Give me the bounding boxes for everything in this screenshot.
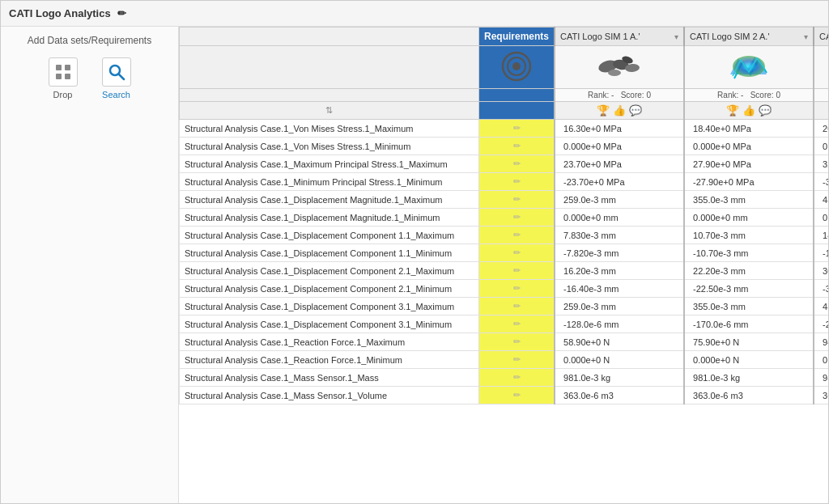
row-edit-cell[interactable]: ✏: [479, 244, 555, 262]
row-label: Structural Analysis Case.1_Displacement …: [180, 316, 479, 333]
sim2-value: 0.000e+0 N: [684, 351, 814, 369]
table-row: Structural Analysis Case.1_Reaction Forc…: [180, 351, 829, 369]
sim1-score: 0: [646, 91, 651, 100]
sim2-value: 355.0e-3 mm: [684, 298, 814, 316]
sim2-value: 27.90e+0 MPa: [684, 155, 814, 173]
sim2-thumbnail-cell: [684, 46, 814, 89]
row-edit-cell[interactable]: ✏: [479, 369, 555, 387]
main-content: Add Data sets/Requirements Drop: [1, 27, 828, 504]
sim3-value: 20.60e+0 MPa: [814, 120, 828, 138]
table-row: Structural Analysis Case.1_Displacement …: [180, 262, 829, 280]
filter-icon[interactable]: ⇅: [325, 105, 333, 115]
sim1-comment-icon[interactable]: 💬: [629, 104, 642, 116]
row-edit-cell[interactable]: ✏: [479, 209, 555, 227]
pencil-icon[interactable]: ✏: [513, 123, 521, 133]
row-edit-cell[interactable]: ✏: [479, 387, 555, 404]
svg-rect-1: [65, 65, 70, 70]
row-label: Structural Analysis Case.1_Reaction Forc…: [180, 351, 479, 369]
row-label: Structural Analysis Case.1_Displacement …: [180, 280, 479, 298]
sim2-value: 355.0e-3 mm: [684, 191, 814, 209]
svg-rect-0: [56, 65, 62, 70]
pencil-icon[interactable]: ✏: [513, 230, 521, 239]
empty-rank: [180, 89, 479, 102]
row-edit-cell[interactable]: ✏: [479, 351, 555, 369]
sim2-value: 10.70e-3 mm: [684, 227, 814, 244]
sim1-value: 0.000e+0 N: [555, 351, 684, 369]
empty-header: [180, 28, 479, 46]
row-edit-cell[interactable]: ✏: [479, 333, 555, 351]
row-edit-cell[interactable]: ✏: [479, 298, 555, 316]
pencil-icon[interactable]: ✏: [513, 319, 521, 328]
row-edit-cell[interactable]: ✏: [479, 280, 555, 298]
row-edit-cell[interactable]: ✏: [479, 191, 555, 209]
pencil-icon[interactable]: ✏: [513, 212, 521, 222]
filter-icon-cell: ⇅: [180, 102, 479, 120]
sim2-name: CATI Logo SIM 2 A.': [690, 32, 801, 41]
pencil-icon[interactable]: ✏: [513, 372, 521, 382]
pencil-icon[interactable]: ✏: [513, 159, 521, 168]
sim3-name: CATI Logo SIM 3 A.': [819, 32, 828, 41]
sim3-value: 483.0e-3 mm: [814, 191, 828, 209]
pencil-icon[interactable]: ✏: [513, 390, 521, 400]
sim2-value: -27.90e+0 MPa: [684, 173, 814, 191]
table-row: Structural Analysis Case.1_Displacement …: [180, 209, 829, 227]
table-row: Structural Analysis Case.1_Displacement …: [180, 298, 829, 316]
pencil-icon[interactable]: ✏: [513, 248, 521, 257]
search-button[interactable]: Search: [102, 57, 131, 100]
sim3-value: 482.0e-3 mm: [814, 298, 828, 316]
pencil-icon[interactable]: ✏: [513, 337, 521, 346]
table-row: Structural Analysis Case.1_Mass Sensor.1…: [180, 369, 829, 387]
row-edit-cell[interactable]: ✏: [479, 173, 555, 191]
sim2-rank-score: Rank: - Score: 0: [684, 89, 814, 102]
row-edit-cell[interactable]: ✏: [479, 155, 555, 173]
sim3-value: -14.60e-3 mm: [814, 244, 828, 262]
pencil-icon[interactable]: ✏: [513, 176, 521, 186]
row-edit-cell[interactable]: ✏: [479, 227, 555, 244]
pencil-icon[interactable]: ✏: [513, 354, 521, 364]
sim1-actions: 🏆 👍 💬: [555, 102, 684, 120]
sim1-chevron-icon[interactable]: ▾: [674, 32, 678, 41]
sim3-value: -221.0e-6 mm: [814, 316, 828, 333]
sim2-chevron-icon[interactable]: ▾: [804, 32, 808, 41]
table-row: Structural Analysis Case.1_Von Mises Str…: [180, 138, 829, 155]
page-title: CATI Logo Analytics: [9, 7, 111, 19]
row-edit-cell[interactable]: ✏: [479, 138, 555, 155]
row-edit-cell[interactable]: ✏: [479, 316, 555, 333]
pencil-icon[interactable]: ✏: [513, 301, 521, 311]
req-icon-cell: [479, 46, 555, 89]
row-label: Structural Analysis Case.1_Mass Sensor.1…: [180, 369, 479, 387]
svg-line-5: [119, 74, 124, 79]
row-label: Structural Analysis Case.1_Displacement …: [180, 262, 479, 280]
pencil-icon[interactable]: ✏: [513, 194, 521, 204]
header-row-actions: ⇅ 🏆 👍 💬 🏆: [180, 102, 829, 120]
row-edit-cell[interactable]: ✏: [479, 262, 555, 280]
sim3-actions: 🏆 👍 💬: [814, 102, 828, 120]
sim1-rank: -: [611, 91, 614, 100]
add-datasets-label: Add Data sets/Requirements: [28, 35, 151, 46]
pencil-icon[interactable]: ✏: [513, 265, 521, 275]
sim2-like-icon[interactable]: 👍: [742, 104, 755, 116]
sim2-comment-icon[interactable]: 💬: [759, 104, 772, 116]
sim1-value: 7.830e-3 mm: [555, 227, 684, 244]
row-label: Structural Analysis Case.1_Displacement …: [180, 191, 479, 209]
sim1-trophy-icon[interactable]: 🏆: [597, 104, 610, 116]
pencil-icon[interactable]: ✏: [513, 141, 521, 150]
sim3-value: 981.0e-3 kg: [814, 369, 828, 387]
empty-thumb: [180, 46, 479, 89]
pencil-icon[interactable]: ✏: [513, 283, 521, 293]
sim1-rank-score: Rank: - Score: 0: [555, 89, 684, 102]
sim1-thumbnail-cell: [555, 46, 684, 89]
drop-icon: [49, 57, 78, 87]
sim1-value: -23.70e+0 MPa: [555, 173, 684, 191]
row-edit-cell[interactable]: ✏: [479, 120, 555, 138]
title-edit-icon[interactable]: ✏: [117, 7, 126, 19]
table-row: Structural Analysis Case.1_Von Mises Str…: [180, 120, 829, 138]
req-rank-empty: [479, 89, 555, 102]
sim1-like-icon[interactable]: 👍: [613, 104, 626, 116]
sim3-value: 363.0e-6 m3: [814, 387, 828, 404]
sim3-value: 14.60e-3 mm: [814, 227, 828, 244]
left-panel-buttons: Drop Search: [49, 57, 131, 100]
sim1-value: 16.20e-3 mm: [555, 262, 684, 280]
sim2-trophy-icon[interactable]: 🏆: [726, 104, 739, 116]
drop-button[interactable]: Drop: [49, 57, 78, 100]
